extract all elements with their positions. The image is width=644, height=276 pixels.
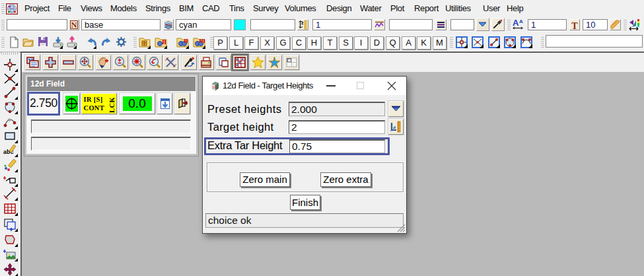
svg-text:z: z <box>301 20 304 25</box>
svg-text:12: 12 <box>213 85 217 89</box>
svg-text:A: A <box>519 18 523 24</box>
svg-text:A: A <box>513 18 519 28</box>
